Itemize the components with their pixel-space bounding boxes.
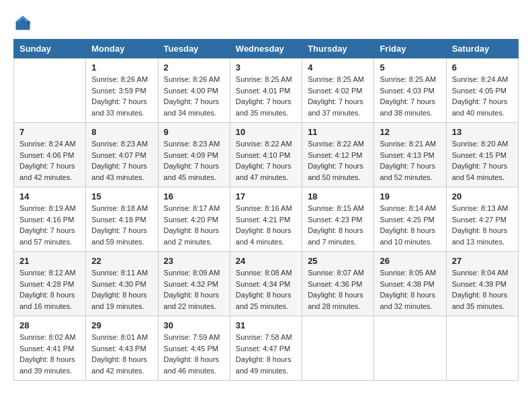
day-info: Sunrise: 7:59 AMSunset: 4:45 PMDaylight:… <box>164 332 224 376</box>
calendar-cell: 2Sunrise: 8:26 AMSunset: 4:00 PMDaylight… <box>158 58 230 123</box>
calendar-cell: 9Sunrise: 8:23 AMSunset: 4:09 PMDaylight… <box>158 123 230 187</box>
day-info: Sunrise: 8:08 AMSunset: 4:34 PMDaylight:… <box>236 267 296 312</box>
day-header-sunday: Sunday <box>14 40 86 58</box>
day-number: 30 <box>164 320 224 330</box>
calendar-cell: 1Sunrise: 8:26 AMSunset: 3:59 PMDaylight… <box>86 58 158 123</box>
calendar-cell: 20Sunrise: 8:13 AMSunset: 4:27 PMDayligh… <box>446 187 518 252</box>
calendar-cell: 27Sunrise: 8:04 AMSunset: 4:39 PMDayligh… <box>446 252 518 316</box>
day-info: Sunrise: 8:14 AMSunset: 4:25 PMDaylight:… <box>380 203 440 247</box>
calendar-cell: 28Sunrise: 8:02 AMSunset: 4:41 PMDayligh… <box>14 316 86 381</box>
calendar-cell: 30Sunrise: 7:59 AMSunset: 4:45 PMDayligh… <box>158 316 230 381</box>
day-info: Sunrise: 8:18 AMSunset: 4:18 PMDaylight:… <box>91 203 152 247</box>
day-number: 31 <box>236 320 296 330</box>
calendar-week-row: 28Sunrise: 8:02 AMSunset: 4:41 PMDayligh… <box>14 316 519 381</box>
day-info: Sunrise: 8:15 AMSunset: 4:23 PMDaylight:… <box>308 203 368 247</box>
day-info: Sunrise: 8:26 AMSunset: 3:59 PMDaylight:… <box>91 74 152 118</box>
day-info: Sunrise: 8:20 AMSunset: 4:15 PMDaylight:… <box>452 138 513 183</box>
day-number: 8 <box>91 127 152 137</box>
day-number: 20 <box>452 191 513 201</box>
day-info: Sunrise: 8:17 AMSunset: 4:20 PMDaylight:… <box>164 203 224 247</box>
page-header <box>13 13 519 32</box>
day-header-thursday: Thursday <box>302 40 374 58</box>
calendar-cell: 5Sunrise: 8:25 AMSunset: 4:03 PMDaylight… <box>374 58 446 123</box>
calendar-week-row: 1Sunrise: 8:26 AMSunset: 3:59 PMDaylight… <box>14 58 519 123</box>
day-info: Sunrise: 8:21 AMSunset: 4:13 PMDaylight:… <box>380 138 440 183</box>
calendar-cell: 3Sunrise: 8:25 AMSunset: 4:01 PMDaylight… <box>230 58 302 123</box>
calendar-cell: 17Sunrise: 8:16 AMSunset: 4:21 PMDayligh… <box>230 187 302 252</box>
day-info: Sunrise: 8:24 AMSunset: 4:05 PMDaylight:… <box>452 74 513 118</box>
day-number: 1 <box>91 62 152 73</box>
calendar-cell: 23Sunrise: 8:09 AMSunset: 4:32 PMDayligh… <box>158 252 230 316</box>
day-info: Sunrise: 8:25 AMSunset: 4:02 PMDaylight:… <box>308 74 368 118</box>
day-info: Sunrise: 8:04 AMSunset: 4:39 PMDaylight:… <box>452 267 513 312</box>
calendar-week-row: 7Sunrise: 8:24 AMSunset: 4:06 PMDaylight… <box>14 123 519 187</box>
calendar-table: SundayMondayTuesdayWednesdayThursdayFrid… <box>13 39 519 381</box>
day-number: 3 <box>236 62 296 73</box>
day-info: Sunrise: 8:09 AMSunset: 4:32 PMDaylight:… <box>164 267 224 312</box>
day-number: 17 <box>236 191 296 201</box>
day-info: Sunrise: 8:13 AMSunset: 4:27 PMDaylight:… <box>452 203 513 247</box>
calendar-cell: 26Sunrise: 8:05 AMSunset: 4:38 PMDayligh… <box>374 252 446 316</box>
calendar-cell: 25Sunrise: 8:07 AMSunset: 4:36 PMDayligh… <box>302 252 374 316</box>
calendar-cell: 29Sunrise: 8:01 AMSunset: 4:43 PMDayligh… <box>86 316 158 381</box>
day-number: 24 <box>236 256 296 266</box>
day-info: Sunrise: 8:07 AMSunset: 4:36 PMDaylight:… <box>308 267 368 312</box>
day-number: 15 <box>91 191 152 201</box>
day-number: 5 <box>380 62 440 73</box>
day-number: 10 <box>236 127 296 137</box>
day-number: 13 <box>452 127 513 137</box>
day-number: 28 <box>19 320 80 330</box>
day-number: 16 <box>164 191 224 201</box>
calendar-cell: 10Sunrise: 8:22 AMSunset: 4:10 PMDayligh… <box>230 123 302 187</box>
day-header-friday: Friday <box>374 40 446 58</box>
day-number: 4 <box>308 62 368 73</box>
calendar-cell <box>14 58 86 123</box>
logo-icon <box>13 13 32 32</box>
day-header-wednesday: Wednesday <box>230 40 302 58</box>
day-info: Sunrise: 8:01 AMSunset: 4:43 PMDaylight:… <box>91 332 152 376</box>
day-info: Sunrise: 8:05 AMSunset: 4:38 PMDaylight:… <box>380 267 440 312</box>
day-number: 19 <box>380 191 440 201</box>
day-number: 6 <box>452 62 513 73</box>
day-info: Sunrise: 8:11 AMSunset: 4:30 PMDaylight:… <box>91 267 152 312</box>
day-number: 11 <box>308 127 368 137</box>
day-number: 22 <box>91 256 152 266</box>
calendar-cell: 11Sunrise: 8:22 AMSunset: 4:12 PMDayligh… <box>302 123 374 187</box>
calendar-cell: 19Sunrise: 8:14 AMSunset: 4:25 PMDayligh… <box>374 187 446 252</box>
calendar-cell: 13Sunrise: 8:20 AMSunset: 4:15 PMDayligh… <box>446 123 518 187</box>
calendar-week-row: 21Sunrise: 8:12 AMSunset: 4:28 PMDayligh… <box>14 252 519 316</box>
day-info: Sunrise: 8:22 AMSunset: 4:12 PMDaylight:… <box>308 138 368 183</box>
calendar-cell: 7Sunrise: 8:24 AMSunset: 4:06 PMDaylight… <box>14 123 86 187</box>
day-info: Sunrise: 8:16 AMSunset: 4:21 PMDaylight:… <box>236 203 296 247</box>
logo <box>13 13 35 32</box>
calendar-cell: 15Sunrise: 8:18 AMSunset: 4:18 PMDayligh… <box>86 187 158 252</box>
calendar-cell: 6Sunrise: 8:24 AMSunset: 4:05 PMDaylight… <box>446 58 518 123</box>
day-info: Sunrise: 8:23 AMSunset: 4:07 PMDaylight:… <box>91 138 152 183</box>
day-header-tuesday: Tuesday <box>158 40 230 58</box>
day-number: 9 <box>164 127 224 137</box>
day-number: 21 <box>19 256 80 266</box>
day-number: 14 <box>19 191 80 201</box>
day-info: Sunrise: 8:25 AMSunset: 4:03 PMDaylight:… <box>380 74 440 118</box>
day-number: 18 <box>308 191 368 201</box>
day-number: 26 <box>380 256 440 266</box>
calendar-cell: 4Sunrise: 8:25 AMSunset: 4:02 PMDaylight… <box>302 58 374 123</box>
day-info: Sunrise: 8:25 AMSunset: 4:01 PMDaylight:… <box>236 74 296 118</box>
day-info: Sunrise: 8:23 AMSunset: 4:09 PMDaylight:… <box>164 138 224 183</box>
calendar-cell <box>302 316 374 381</box>
day-number: 27 <box>452 256 513 266</box>
day-info: Sunrise: 8:24 AMSunset: 4:06 PMDaylight:… <box>19 138 80 183</box>
day-number: 23 <box>164 256 224 266</box>
calendar-cell: 21Sunrise: 8:12 AMSunset: 4:28 PMDayligh… <box>14 252 86 316</box>
calendar-cell: 24Sunrise: 8:08 AMSunset: 4:34 PMDayligh… <box>230 252 302 316</box>
day-info: Sunrise: 8:12 AMSunset: 4:28 PMDaylight:… <box>19 267 80 312</box>
day-header-saturday: Saturday <box>446 40 518 58</box>
calendar-header-row: SundayMondayTuesdayWednesdayThursdayFrid… <box>14 40 519 58</box>
day-header-monday: Monday <box>86 40 158 58</box>
calendar-cell: 16Sunrise: 8:17 AMSunset: 4:20 PMDayligh… <box>158 187 230 252</box>
calendar-cell: 22Sunrise: 8:11 AMSunset: 4:30 PMDayligh… <box>86 252 158 316</box>
day-number: 25 <box>308 256 368 266</box>
calendar-cell: 12Sunrise: 8:21 AMSunset: 4:13 PMDayligh… <box>374 123 446 187</box>
day-info: Sunrise: 8:02 AMSunset: 4:41 PMDaylight:… <box>19 332 80 376</box>
calendar-week-row: 14Sunrise: 8:19 AMSunset: 4:16 PMDayligh… <box>14 187 519 252</box>
